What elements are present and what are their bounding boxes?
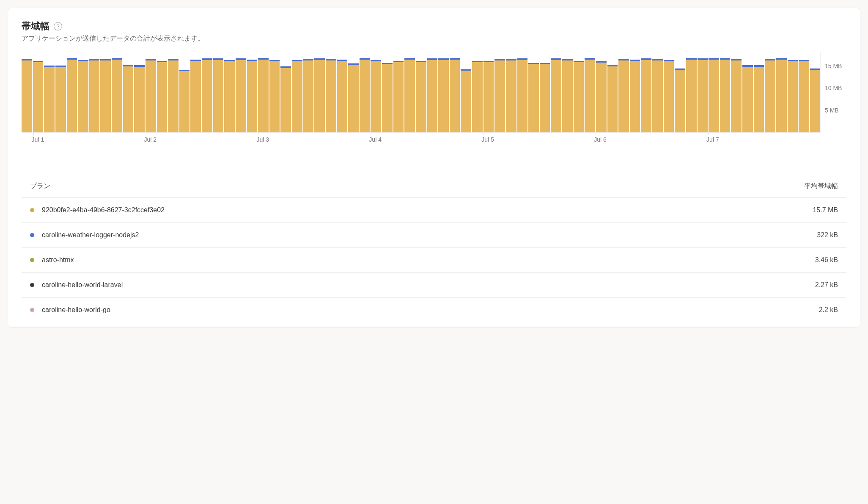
- chart-bar[interactable]: [472, 52, 483, 132]
- chart-bar[interactable]: [236, 52, 246, 132]
- table-row[interactable]: caroline-weather-logger-nodejs2322 kB: [22, 223, 846, 248]
- chart-bar[interactable]: [810, 52, 821, 132]
- chart-bar[interactable]: [89, 52, 100, 132]
- chart-bar[interactable]: [224, 52, 235, 132]
- chart-bar-segment-primary: [630, 61, 640, 132]
- chart-bar-segment-primary: [596, 63, 607, 132]
- chart-bar[interactable]: [494, 52, 505, 132]
- chart-bar[interactable]: [280, 52, 291, 132]
- chart-bar-segment-primary: [709, 60, 719, 132]
- chart-bar[interactable]: [258, 52, 269, 132]
- chart-bar[interactable]: [427, 52, 438, 132]
- chart-bar[interactable]: [269, 52, 280, 132]
- chart-bar[interactable]: [314, 52, 325, 132]
- chart-bar[interactable]: [698, 52, 708, 132]
- help-icon[interactable]: ?: [54, 22, 62, 30]
- chart-bar-segment-primary: [44, 67, 55, 132]
- chart-bar[interactable]: [78, 52, 88, 132]
- chart-bar[interactable]: [450, 52, 460, 132]
- chart-bar[interactable]: [393, 52, 404, 132]
- chart-bar[interactable]: [799, 52, 809, 132]
- chart-bar[interactable]: [179, 52, 190, 132]
- chart-bar[interactable]: [247, 52, 258, 132]
- chart-bar[interactable]: [168, 52, 179, 132]
- chart-bar[interactable]: [337, 52, 348, 132]
- chart-bar[interactable]: [731, 52, 742, 132]
- plan-name: caroline-hello-world-laravel: [42, 281, 123, 289]
- chart-bar[interactable]: [528, 52, 539, 132]
- chart-bars: [22, 52, 820, 133]
- x-axis-tick: Jul 5: [481, 136, 494, 143]
- chart-bar[interactable]: [630, 52, 640, 132]
- chart-bar[interactable]: [292, 52, 302, 132]
- chart-bar[interactable]: [776, 52, 787, 132]
- chart-bar-segment-primary: [224, 61, 235, 132]
- plan-value: 2.2 kB: [819, 306, 838, 314]
- chart-bar[interactable]: [371, 52, 381, 132]
- chart-bar[interactable]: [720, 52, 731, 132]
- chart-bar[interactable]: [67, 52, 77, 132]
- table-row[interactable]: caroline-hello-world-laravel2.27 kB: [22, 273, 846, 298]
- chart-bar[interactable]: [562, 52, 573, 132]
- chart-bar[interactable]: [461, 52, 471, 132]
- chart-bar[interactable]: [438, 52, 449, 132]
- plan-name: caroline-hello-world-go: [42, 306, 110, 314]
- chart-bar[interactable]: [664, 52, 674, 132]
- chart-x-axis: Jul 1Jul 2Jul 3Jul 4Jul 5Jul 6Jul 7: [22, 136, 820, 145]
- x-axis-tick: Jul 2: [144, 136, 157, 143]
- chart-bar[interactable]: [540, 52, 550, 132]
- chart-bar[interactable]: [754, 52, 764, 132]
- table-row[interactable]: 920b0fe2-e4ba-49b6-8627-3c2fccef3e0215.7…: [22, 198, 846, 223]
- chart-bar-segment-primary: [303, 60, 314, 132]
- chart-bar[interactable]: [146, 52, 156, 132]
- chart-bar-segment-primary: [686, 60, 697, 132]
- chart-bar-segment-primary: [416, 62, 426, 132]
- chart-bar[interactable]: [765, 52, 775, 132]
- table-header-plan: プラン: [30, 182, 50, 191]
- chart-bar[interactable]: [742, 52, 753, 132]
- chart-bar-segment-primary: [269, 61, 280, 132]
- chart-bar[interactable]: [788, 52, 798, 132]
- chart-bar[interactable]: [382, 52, 393, 132]
- chart-bar[interactable]: [607, 52, 618, 132]
- chart-bar[interactable]: [551, 52, 561, 132]
- chart-bar[interactable]: [202, 52, 212, 132]
- chart-bar[interactable]: [652, 52, 663, 132]
- chart-bar[interactable]: [213, 52, 224, 132]
- chart-bar[interactable]: [55, 52, 66, 132]
- table-row[interactable]: astro-htmx3.46 kB: [22, 248, 846, 273]
- chart-bar-segment-primary: [89, 60, 100, 132]
- chart-bar[interactable]: [618, 52, 629, 132]
- chart-bar[interactable]: [596, 52, 607, 132]
- chart-bar[interactable]: [157, 52, 168, 132]
- chart-bar[interactable]: [517, 52, 528, 132]
- chart-bar[interactable]: [483, 52, 494, 132]
- chart-bar[interactable]: [675, 52, 685, 132]
- chart-bar-segment-primary: [517, 60, 528, 132]
- chart-bar-segment-primary: [382, 64, 393, 132]
- chart-bar[interactable]: [22, 52, 32, 132]
- chart-bar[interactable]: [416, 52, 426, 132]
- chart-bar[interactable]: [134, 52, 145, 132]
- chart-bar[interactable]: [348, 52, 359, 132]
- chart-bar[interactable]: [33, 52, 44, 132]
- chart-bar[interactable]: [303, 52, 314, 132]
- chart-bar[interactable]: [326, 52, 336, 132]
- chart-bar[interactable]: [404, 52, 415, 132]
- legend-dot: [30, 308, 34, 312]
- chart-bar[interactable]: [190, 52, 201, 132]
- chart-bar[interactable]: [360, 52, 370, 132]
- table-row[interactable]: caroline-hello-world-go2.2 kB: [22, 298, 846, 322]
- chart-bar[interactable]: [686, 52, 697, 132]
- chart-bar[interactable]: [641, 52, 651, 132]
- chart-bar-segment-primary: [33, 62, 44, 132]
- chart-bar[interactable]: [506, 52, 516, 132]
- chart-bar[interactable]: [709, 52, 719, 132]
- chart-bar[interactable]: [585, 52, 595, 132]
- chart-bar[interactable]: [44, 52, 55, 132]
- chart-bar[interactable]: [123, 52, 134, 132]
- chart-bar[interactable]: [112, 52, 122, 132]
- chart-bar[interactable]: [574, 52, 584, 132]
- chart-bar[interactable]: [100, 52, 111, 132]
- chart-bar-segment-primary: [371, 61, 381, 132]
